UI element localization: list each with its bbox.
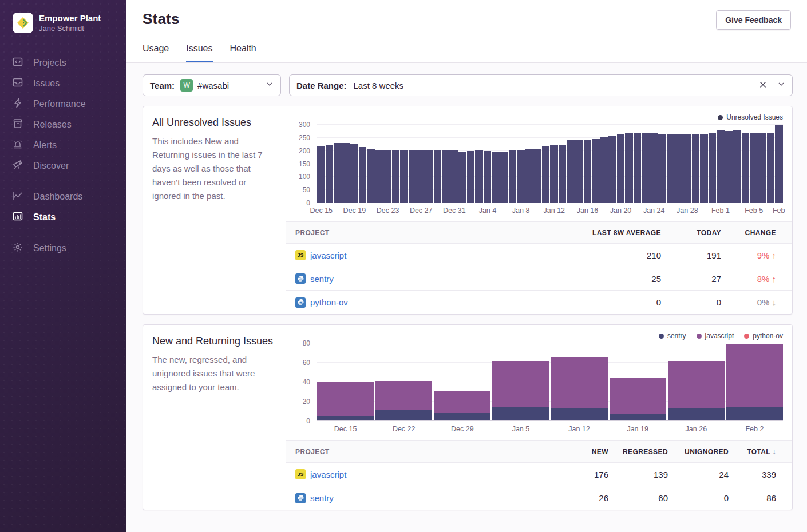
- sidebar-item-label: Dashboards: [33, 192, 82, 202]
- sidebar-item-label: Settings: [33, 243, 66, 253]
- discover-icon: [13, 160, 23, 172]
- sidebar-item-performance[interactable]: Performance: [13, 94, 126, 114]
- sidebar-item-label: Discover: [33, 161, 69, 171]
- tab-issues[interactable]: Issues: [186, 43, 212, 62]
- chevron-down-icon: [266, 80, 274, 90]
- date-range-select[interactable]: Date Range: Last 8 weeks: [289, 74, 793, 96]
- legend-dot-icon: [659, 334, 664, 339]
- x-axis-label: Feb 2: [726, 421, 783, 435]
- chart-x-axis: Dec 15Dec 19Dec 23Dec 27Dec 31Jan 4Jan 8…: [317, 203, 783, 216]
- chart-y-axis: 020406080: [295, 343, 312, 421]
- legend-label: Unresolved Issues: [726, 113, 783, 121]
- org-user: Jane Schmidt: [39, 23, 101, 33]
- panel-subtext: This includes New and Returning issues i…: [152, 134, 276, 203]
- column-header-total[interactable]: TOTAL ↓: [729, 448, 776, 456]
- filter-bar: Team: W #wasabi Date Range: Last 8 weeks: [143, 74, 793, 96]
- arrow-down-icon: ↓: [772, 297, 777, 307]
- chart-bars: [317, 125, 783, 203]
- sidebar-nav: Projects Issues Performance Releases Ale…: [13, 53, 126, 259]
- unresolved-issues-chart: Unresolved Issues 050100150200250300 Dec…: [286, 106, 792, 216]
- org-logo-icon: [13, 13, 33, 33]
- project-link[interactable]: javascript: [310, 470, 346, 479]
- nav-divider: [13, 176, 126, 186]
- x-axis-label: Jan 12: [551, 421, 608, 435]
- sidebar-item-label: Alerts: [33, 140, 57, 150]
- team-avatar: W: [180, 79, 193, 92]
- arrow-up-icon: ↑: [772, 251, 777, 260]
- legend-label: python-ov: [753, 332, 783, 340]
- sidebar-item-stats[interactable]: Stats: [13, 207, 126, 228]
- date-range-value: Last 8 weeks: [354, 81, 404, 90]
- projects-icon: [13, 57, 23, 69]
- panel-subtext: The new, regressed, and unignored issues…: [152, 353, 276, 394]
- project-link[interactable]: sentry: [310, 493, 334, 503]
- sidebar-item-discover[interactable]: Discover: [13, 156, 126, 176]
- legend-unresolved-issues[interactable]: Unresolved Issues: [718, 113, 783, 121]
- clear-date-icon[interactable]: [759, 81, 767, 90]
- page-title: Stats: [143, 10, 180, 28]
- tab-health[interactable]: Health: [230, 43, 256, 62]
- sidebar-item-label: Performance: [33, 99, 86, 109]
- sidebar-item-settings[interactable]: Settings: [13, 238, 126, 259]
- new-returning-issues-table: PROJECT NEW REGRESSED UNIGNORED TOTAL ↓ …: [286, 440, 792, 510]
- sidebar-item-alerts[interactable]: Alerts: [13, 135, 126, 156]
- panel-title: All Unresolved Issues: [152, 117, 276, 129]
- issues-icon: [13, 77, 23, 90]
- column-header-new: NEW: [549, 448, 608, 456]
- column-header-today: TODAY: [661, 229, 721, 237]
- stats-tabs: Usage Issues Health: [143, 43, 791, 62]
- today-value: 191: [661, 251, 721, 260]
- x-axis-label: Dec 22: [375, 421, 432, 435]
- sidebar-item-releases[interactable]: Releases: [13, 114, 126, 135]
- nav-divider: [13, 228, 126, 238]
- unignored-value: 24: [668, 470, 729, 479]
- panel-description: New and Returning Issues The new, regres…: [143, 325, 286, 510]
- regressed-value: 139: [608, 470, 668, 479]
- sidebar-item-projects[interactable]: Projects: [13, 53, 126, 73]
- project-link[interactable]: sentry: [310, 274, 334, 284]
- new-returning-issues-chart: sentryjavascriptpython-ov 020406080 Dec …: [286, 325, 792, 435]
- project-link[interactable]: javascript: [310, 251, 346, 260]
- table-row: sentry 25 27 8% ↑: [286, 267, 792, 291]
- legend-javascript[interactable]: javascript: [697, 332, 734, 340]
- tab-usage[interactable]: Usage: [143, 43, 169, 62]
- legend-python-ov[interactable]: python-ov: [744, 332, 783, 340]
- team-select[interactable]: Team: W #wasabi: [143, 74, 281, 96]
- legend-label: sentry: [667, 332, 686, 340]
- sidebar: Empower Plant Jane Schmidt Projects Issu…: [0, 0, 126, 532]
- stats-icon: [13, 211, 23, 224]
- panel-description: All Unresolved Issues This includes New …: [143, 106, 286, 314]
- performance-icon: [13, 98, 23, 110]
- legend-dot-icon: [718, 115, 723, 120]
- javascript-project-icon: JS: [295, 469, 306, 479]
- unresolved-issues-table: PROJECT LAST 8W AVERAGE TODAY CHANGE JS …: [286, 221, 792, 314]
- chevron-down-icon: [777, 80, 785, 90]
- sidebar-item-label: Projects: [33, 58, 66, 68]
- unresolved-issues-panel: All Unresolved Issues This includes New …: [143, 106, 793, 315]
- column-header-project: PROJECT: [295, 448, 549, 456]
- unignored-value: 0: [668, 493, 729, 503]
- regressed-value: 60: [608, 493, 668, 503]
- column-header-regressed: REGRESSED: [608, 448, 668, 456]
- python-project-icon: [295, 273, 306, 284]
- give-feedback-button[interactable]: Give Feedback: [716, 10, 791, 30]
- table-row: python-ov 0 0 0% ↓: [286, 291, 792, 314]
- legend-sentry[interactable]: sentry: [659, 332, 686, 340]
- sidebar-item-issues[interactable]: Issues: [13, 73, 126, 94]
- chart-bars: [317, 343, 783, 421]
- alerts-icon: [13, 139, 23, 152]
- sidebar-item-label: Releases: [33, 120, 72, 130]
- x-axis-label: Jan 19: [610, 421, 666, 435]
- x-axis-label: Jan 26: [668, 421, 725, 435]
- avg-value: 0: [547, 297, 661, 307]
- column-header-project: PROJECT: [295, 229, 547, 237]
- sidebar-item-label: Stats: [33, 212, 56, 223]
- org-switcher[interactable]: Empower Plant Jane Schmidt: [13, 13, 126, 33]
- python-project-icon: [295, 297, 306, 308]
- page-header: Stats Give Feedback Usage Issues Health: [126, 0, 807, 63]
- avg-value: 210: [547, 251, 661, 260]
- project-link[interactable]: python-ov: [310, 297, 348, 307]
- legend-dot-icon: [744, 334, 749, 339]
- table-row: JS javascript 210 191 9% ↑: [286, 244, 792, 267]
- sidebar-item-dashboards[interactable]: Dashboards: [13, 186, 126, 207]
